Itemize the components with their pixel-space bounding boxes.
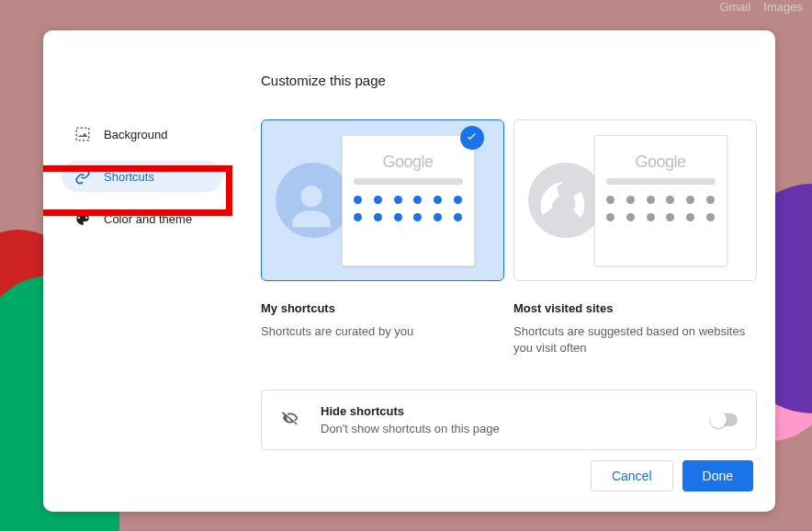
sidebar-item-shortcuts[interactable]: Shortcuts: [62, 161, 223, 192]
option-cards: Google My shortcuts Shortcuts are curate…: [261, 119, 757, 356]
sidebar-item-color-theme[interactable]: Color and theme: [62, 203, 223, 234]
card-desc-my: Shortcuts are curated by you: [261, 323, 504, 340]
mini-window-most: Google: [594, 135, 727, 266]
person-icon: [276, 163, 351, 238]
sidebar: Background Shortcuts Color and theme: [43, 30, 233, 512]
hide-title: Hide shortcuts: [321, 404, 690, 418]
card-title-my: My shortcuts: [261, 301, 504, 315]
sidebar-item-background[interactable]: Background: [62, 119, 223, 150]
images-link[interactable]: Images: [763, 0, 803, 14]
sidebar-label-shortcuts: Shortcuts: [104, 170, 154, 184]
globe-icon: [528, 163, 603, 238]
dialog-footer: Cancel Done: [261, 460, 757, 493]
eye-off-icon: [280, 408, 300, 432]
svg-point-1: [300, 186, 321, 207]
done-button[interactable]: Done: [682, 460, 753, 491]
preview-my-shortcuts: Google: [261, 119, 504, 281]
image-icon: [74, 126, 91, 142]
mini-brand: Google: [354, 153, 463, 172]
card-my-shortcuts[interactable]: Google My shortcuts Shortcuts are curate…: [261, 119, 504, 356]
dialog-title: Customize this page: [261, 73, 757, 88]
preview-most-visited: Google: [513, 119, 757, 281]
hide-shortcuts-row: Hide shortcuts Don't show shortcuts on t…: [261, 390, 757, 450]
mini-window-my: Google: [342, 135, 475, 266]
checkmark-icon: [460, 126, 484, 150]
palette-icon: [74, 210, 91, 227]
cancel-button[interactable]: Cancel: [591, 460, 673, 491]
sidebar-label-color-theme: Color and theme: [104, 212, 192, 226]
hide-toggle[interactable]: [710, 413, 738, 426]
card-most-visited[interactable]: Google Most visited sites Shortcuts are …: [513, 119, 757, 356]
svg-rect-0: [76, 128, 89, 141]
card-desc-most: Shortcuts are suggested based on website…: [513, 323, 757, 356]
link-icon: [74, 168, 91, 185]
sidebar-label-background: Background: [104, 128, 167, 141]
top-links: Gmail Images: [719, 0, 803, 14]
gmail-link[interactable]: Gmail: [719, 0, 750, 14]
customize-dialog: Background Shortcuts Color and theme Cus…: [43, 30, 775, 512]
hide-desc: Don't show shortcuts on this page: [321, 422, 690, 435]
card-title-most: Most visited sites: [513, 301, 757, 315]
main-content: Customize this page Google: [233, 30, 775, 512]
mini-brand-most: Google: [606, 153, 716, 172]
